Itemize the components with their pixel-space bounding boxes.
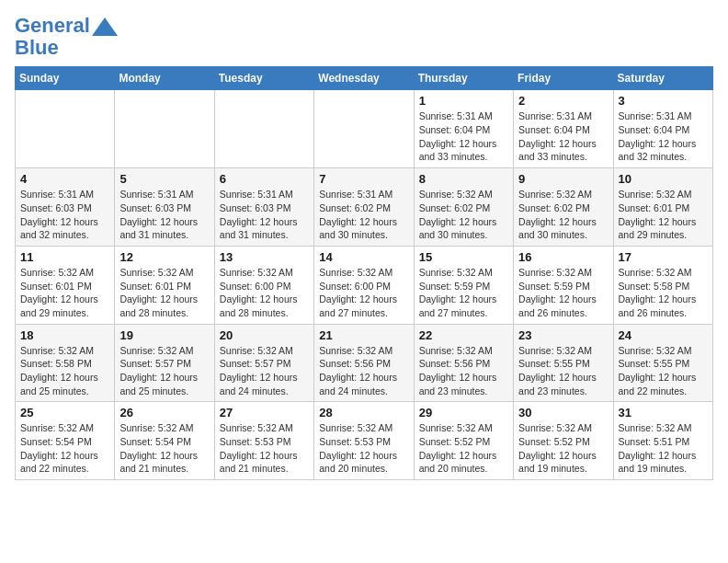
day-number: 9 [518, 172, 608, 186]
calendar-cell: 15Sunrise: 5:32 AM Sunset: 5:59 PM Dayli… [414, 246, 513, 324]
day-info: Sunrise: 5:32 AM Sunset: 5:53 PM Dayligh… [319, 421, 408, 476]
calendar-cell: 4Sunrise: 5:31 AM Sunset: 6:03 PM Daylig… [16, 168, 115, 247]
day-number: 19 [119, 328, 209, 342]
logo-subtext: Blue [15, 37, 118, 59]
day-info: Sunrise: 5:32 AM Sunset: 6:01 PM Dayligh… [20, 266, 109, 320]
calendar-cell: 12Sunrise: 5:32 AM Sunset: 6:01 PM Dayli… [115, 246, 214, 324]
day-info: Sunrise: 5:32 AM Sunset: 5:53 PM Dayligh… [220, 421, 309, 476]
day-number: 8 [419, 172, 508, 186]
calendar-cell: 27Sunrise: 5:32 AM Sunset: 5:53 PM Dayli… [214, 402, 313, 480]
day-info: Sunrise: 5:32 AM Sunset: 5:55 PM Dayligh… [518, 344, 608, 398]
logo-text: General [15, 15, 118, 37]
col-header-tuesday: Tuesday [214, 67, 313, 90]
calendar-week-row: 11Sunrise: 5:32 AM Sunset: 6:01 PM Dayli… [16, 246, 713, 324]
day-info: Sunrise: 5:32 AM Sunset: 5:57 PM Dayligh… [220, 344, 309, 398]
col-header-sunday: Sunday [16, 67, 115, 90]
col-header-friday: Friday [514, 67, 613, 90]
day-info: Sunrise: 5:31 AM Sunset: 6:03 PM Dayligh… [119, 188, 209, 242]
day-info: Sunrise: 5:32 AM Sunset: 5:59 PM Dayligh… [419, 266, 508, 320]
day-info: Sunrise: 5:31 AM Sunset: 6:04 PM Dayligh… [419, 109, 508, 164]
day-info: Sunrise: 5:31 AM Sunset: 6:02 PM Dayligh… [319, 188, 408, 242]
day-number: 20 [220, 328, 309, 342]
col-header-saturday: Saturday [613, 67, 712, 90]
calendar-cell: 5Sunrise: 5:31 AM Sunset: 6:03 PM Daylig… [115, 168, 214, 247]
day-number: 27 [220, 406, 309, 419]
calendar-cell: 22Sunrise: 5:32 AM Sunset: 5:56 PM Dayli… [414, 324, 513, 402]
day-info: Sunrise: 5:32 AM Sunset: 5:58 PM Dayligh… [20, 344, 109, 398]
day-number: 10 [619, 172, 708, 186]
calendar-cell: 11Sunrise: 5:32 AM Sunset: 6:01 PM Dayli… [16, 246, 115, 324]
day-info: Sunrise: 5:32 AM Sunset: 5:56 PM Dayligh… [419, 344, 508, 398]
day-number: 26 [119, 406, 209, 419]
calendar-cell: 25Sunrise: 5:32 AM Sunset: 5:54 PM Dayli… [16, 402, 115, 480]
calendar-cell: 6Sunrise: 5:31 AM Sunset: 6:03 PM Daylig… [214, 168, 313, 247]
day-info: Sunrise: 5:32 AM Sunset: 6:02 PM Dayligh… [518, 188, 608, 242]
day-number: 31 [619, 406, 708, 419]
calendar-cell: 2Sunrise: 5:31 AM Sunset: 6:04 PM Daylig… [514, 90, 613, 168]
day-number: 13 [220, 250, 309, 264]
day-info: Sunrise: 5:31 AM Sunset: 6:04 PM Dayligh… [619, 109, 708, 164]
calendar-header-row: SundayMondayTuesdayWednesdayThursdayFrid… [16, 67, 713, 90]
day-info: Sunrise: 5:32 AM Sunset: 6:00 PM Dayligh… [319, 266, 408, 320]
day-number: 24 [619, 328, 708, 342]
calendar-cell: 29Sunrise: 5:32 AM Sunset: 5:52 PM Dayli… [414, 402, 513, 480]
day-info: Sunrise: 5:32 AM Sunset: 6:00 PM Dayligh… [220, 266, 309, 320]
calendar-cell: 7Sunrise: 5:31 AM Sunset: 6:02 PM Daylig… [314, 168, 414, 247]
calendar-cell: 8Sunrise: 5:32 AM Sunset: 6:02 PM Daylig… [414, 168, 513, 247]
calendar-cell [214, 90, 313, 168]
calendar-cell: 31Sunrise: 5:32 AM Sunset: 5:51 PM Dayli… [613, 402, 712, 480]
calendar-cell: 21Sunrise: 5:32 AM Sunset: 5:56 PM Dayli… [314, 324, 414, 402]
day-number: 5 [119, 172, 209, 186]
day-number: 17 [619, 250, 708, 264]
calendar-table: SundayMondayTuesdayWednesdayThursdayFrid… [15, 66, 713, 480]
calendar-week-row: 18Sunrise: 5:32 AM Sunset: 5:58 PM Dayli… [16, 324, 713, 402]
day-info: Sunrise: 5:32 AM Sunset: 5:52 PM Dayligh… [518, 421, 608, 476]
calendar-week-row: 4Sunrise: 5:31 AM Sunset: 6:03 PM Daylig… [16, 168, 713, 247]
calendar-week-row: 1Sunrise: 5:31 AM Sunset: 6:04 PM Daylig… [16, 90, 713, 168]
svg-marker-0 [92, 17, 118, 36]
calendar-cell: 14Sunrise: 5:32 AM Sunset: 6:00 PM Dayli… [314, 246, 414, 324]
day-info: Sunrise: 5:32 AM Sunset: 6:02 PM Dayligh… [419, 188, 508, 242]
day-number: 11 [20, 250, 109, 264]
col-header-monday: Monday [115, 67, 214, 90]
calendar-cell: 23Sunrise: 5:32 AM Sunset: 5:55 PM Dayli… [514, 324, 613, 402]
day-number: 15 [419, 250, 508, 264]
day-info: Sunrise: 5:31 AM Sunset: 6:04 PM Dayligh… [518, 109, 608, 164]
calendar-cell: 18Sunrise: 5:32 AM Sunset: 5:58 PM Dayli… [16, 324, 115, 402]
day-number: 16 [518, 250, 608, 264]
day-info: Sunrise: 5:32 AM Sunset: 5:55 PM Dayligh… [619, 344, 708, 398]
day-info: Sunrise: 5:32 AM Sunset: 5:58 PM Dayligh… [619, 266, 708, 320]
day-number: 14 [319, 250, 408, 264]
calendar-week-row: 25Sunrise: 5:32 AM Sunset: 5:54 PM Dayli… [16, 402, 713, 480]
day-info: Sunrise: 5:32 AM Sunset: 5:52 PM Dayligh… [419, 421, 508, 476]
day-number: 12 [119, 250, 209, 264]
day-number: 18 [20, 328, 109, 342]
calendar-cell: 19Sunrise: 5:32 AM Sunset: 5:57 PM Dayli… [115, 324, 214, 402]
day-info: Sunrise: 5:31 AM Sunset: 6:03 PM Dayligh… [20, 188, 109, 242]
calendar-cell: 26Sunrise: 5:32 AM Sunset: 5:54 PM Dayli… [115, 402, 214, 480]
day-info: Sunrise: 5:32 AM Sunset: 5:51 PM Dayligh… [619, 421, 708, 476]
day-number: 4 [20, 172, 109, 186]
day-number: 25 [20, 406, 109, 419]
day-number: 30 [518, 406, 608, 419]
day-number: 21 [319, 328, 408, 342]
day-number: 29 [419, 406, 508, 419]
calendar-cell: 20Sunrise: 5:32 AM Sunset: 5:57 PM Dayli… [214, 324, 313, 402]
calendar-cell [314, 90, 414, 168]
day-info: Sunrise: 5:32 AM Sunset: 5:54 PM Dayligh… [20, 421, 109, 476]
col-header-wednesday: Wednesday [314, 67, 414, 90]
calendar-cell: 13Sunrise: 5:32 AM Sunset: 6:00 PM Dayli… [214, 246, 313, 324]
day-number: 7 [319, 172, 408, 186]
day-info: Sunrise: 5:32 AM Sunset: 5:57 PM Dayligh… [119, 344, 209, 398]
day-number: 28 [319, 406, 408, 419]
day-number: 23 [518, 328, 608, 342]
calendar-cell: 30Sunrise: 5:32 AM Sunset: 5:52 PM Dayli… [514, 402, 613, 480]
day-info: Sunrise: 5:32 AM Sunset: 5:59 PM Dayligh… [518, 266, 608, 320]
calendar-cell: 16Sunrise: 5:32 AM Sunset: 5:59 PM Dayli… [514, 246, 613, 324]
calendar-cell: 3Sunrise: 5:31 AM Sunset: 6:04 PM Daylig… [613, 90, 712, 168]
day-number: 6 [220, 172, 309, 186]
calendar-cell: 17Sunrise: 5:32 AM Sunset: 5:58 PM Dayli… [613, 246, 712, 324]
day-info: Sunrise: 5:32 AM Sunset: 5:54 PM Dayligh… [119, 421, 209, 476]
page-header: General Blue [15, 15, 713, 59]
day-number: 1 [419, 94, 508, 108]
